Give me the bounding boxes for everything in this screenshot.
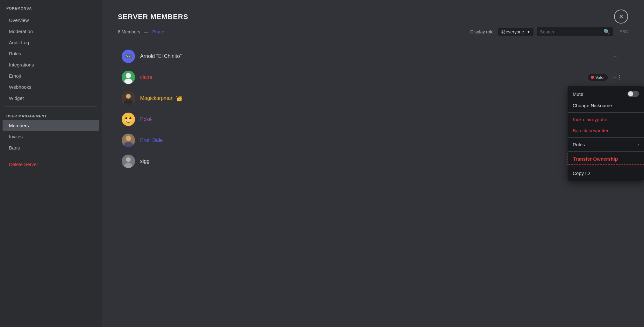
sidebar-item-emoji[interactable]: Emoji [3, 71, 99, 81]
user-management-label: USER MANAGEMENT [0, 109, 102, 120]
avatar [122, 155, 135, 168]
sidebar-item-overview[interactable]: Overview [3, 15, 99, 25]
context-menu-divider-3 [568, 151, 644, 152]
sidebar-item-moderation[interactable]: Moderation [3, 26, 99, 37]
server-name: POKEMONSA [0, 6, 102, 15]
mute-row: Mute [568, 88, 644, 100]
ban-label: Ban claireypotter [573, 128, 609, 133]
member-name: Arnold "El Chinito" [140, 53, 182, 59]
crown-icon: 👑 [176, 95, 182, 101]
mute-label: Mute [573, 91, 583, 97]
svg-point-4 [124, 79, 132, 84]
close-button[interactable]: ✕ [614, 10, 628, 24]
display-role-label: Display role: [470, 29, 495, 34]
member-row: Prof. Dale Hystic + [118, 130, 628, 150]
close-icon: ✕ [619, 13, 624, 20]
kick-item[interactable]: Kick claireypotter [568, 114, 644, 125]
role-select-value: @everyone [501, 29, 524, 34]
toggle-thumb [628, 91, 633, 96]
member-options-button[interactable]: ⋮ [615, 73, 624, 82]
role-name: Valor [596, 75, 605, 80]
roles-area: + [611, 52, 624, 60]
delete-server-button[interactable]: Delete Server [3, 159, 99, 170]
sidebar-item-bans[interactable]: Bans [3, 143, 99, 153]
member-name: Poké [140, 116, 152, 122]
member-name: claire [140, 74, 152, 80]
role-dot [591, 76, 594, 79]
member-name: Prof. Dale [140, 137, 163, 143]
sidebar-item-roles[interactable]: Roles [3, 48, 99, 59]
svg-point-13 [126, 136, 131, 141]
member-row: Poké Team Rockett + [118, 109, 628, 129]
mute-toggle[interactable] [627, 91, 639, 97]
page-header: SERVER MEMBERS [118, 13, 628, 21]
svg-point-16 [126, 157, 131, 162]
roles-item[interactable]: Roles › [568, 139, 644, 150]
member-row: 🎮 Arnold "El Chinito" + [118, 46, 628, 66]
esc-label: ESC [619, 29, 628, 34]
copy-id-label: Copy ID [573, 170, 590, 176]
avatar [122, 92, 135, 105]
svg-point-3 [126, 73, 131, 78]
transfer-ownership-item[interactable]: Transfer Ownership [568, 153, 644, 165]
search-icon: 🔍 [604, 29, 610, 35]
svg-point-6 [126, 94, 131, 99]
change-nickname-label: Change Nickname [573, 103, 612, 108]
add-role-button[interactable]: + [611, 52, 619, 60]
kick-label: Kick claireypotter [573, 117, 609, 122]
avatar [122, 113, 135, 126]
ban-item[interactable]: Ban claireypotter [568, 125, 644, 136]
prune-link[interactable]: Prune [152, 29, 164, 34]
member-row: Magickarpman 👑 Instinct + [118, 88, 628, 108]
sidebar-item-members[interactable]: Members [3, 120, 99, 131]
context-menu: Mute Change Nickname Kick claireypotter … [568, 86, 644, 181]
avatar [122, 71, 135, 84]
change-nickname-item[interactable]: Change Nickname [568, 100, 644, 111]
member-row: sigg + [118, 151, 628, 171]
member-row: claire Valor + ⋮ [118, 67, 628, 87]
member-count: 6 Members [118, 29, 140, 34]
sidebar-item-integrations[interactable]: Integrations [3, 59, 99, 70]
member-name: sigg [140, 158, 149, 164]
chevron-down-icon: ▼ [526, 30, 530, 34]
sidebar-item-webhooks[interactable]: Webhooks [3, 82, 99, 92]
sidebar-divider-2 [5, 156, 97, 156]
search-input[interactable] [540, 29, 602, 34]
context-menu-divider [568, 112, 644, 113]
role-badge: Valor [587, 74, 608, 81]
copy-id-item[interactable]: Copy ID [568, 168, 644, 179]
role-select[interactable]: @everyone ▼ [498, 28, 534, 36]
sidebar-item-widget[interactable]: Widget [3, 93, 99, 103]
member-name: Magickarpman [140, 95, 174, 101]
members-divider [118, 41, 628, 41]
sidebar: POKEMONSA Overview Moderation Audit Log … [0, 0, 102, 327]
chevron-right-icon: › [638, 142, 639, 147]
main-content: SERVER MEMBERS ✕ 6 Members — Prune Displ… [102, 0, 644, 327]
search-box: 🔍 [537, 27, 613, 36]
avatar [122, 134, 135, 147]
context-menu-divider-4 [568, 166, 644, 166]
sidebar-item-invites[interactable]: Invites [3, 131, 99, 142]
display-role-area: Display role: @everyone ▼ 🔍 ESC [470, 27, 628, 36]
sidebar-divider-1 [5, 106, 97, 107]
transfer-ownership-label: Transfer Ownership [573, 156, 618, 162]
members-meta: 6 Members — Prune Display role: @everyon… [118, 27, 628, 36]
roles-label: Roles [573, 142, 585, 147]
svg-text:🎮: 🎮 [124, 52, 133, 61]
avatar: 🎮 [122, 50, 135, 63]
svg-point-10 [125, 117, 127, 119]
svg-point-11 [129, 117, 131, 119]
context-menu-divider-2 [568, 137, 644, 138]
meta-dash: — [144, 29, 148, 34]
page-title: SERVER MEMBERS [118, 13, 188, 21]
sidebar-item-audit-log[interactable]: Audit Log [3, 37, 99, 48]
